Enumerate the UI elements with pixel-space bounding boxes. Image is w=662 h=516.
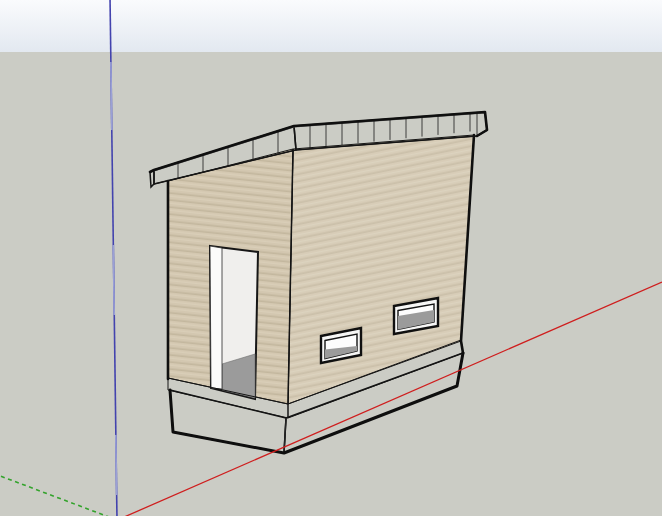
door-opening[interactable]	[210, 246, 258, 399]
axis-blue-light-segment	[116, 435, 117, 495]
viewport[interactable]	[0, 0, 662, 516]
door-jamb[interactable]	[210, 246, 222, 389]
viewport-canvas[interactable]	[0, 0, 662, 516]
axis-blue-light-segment	[111, 62, 112, 130]
axis-blue-light-segment	[113, 245, 114, 315]
sky	[0, 0, 662, 53]
